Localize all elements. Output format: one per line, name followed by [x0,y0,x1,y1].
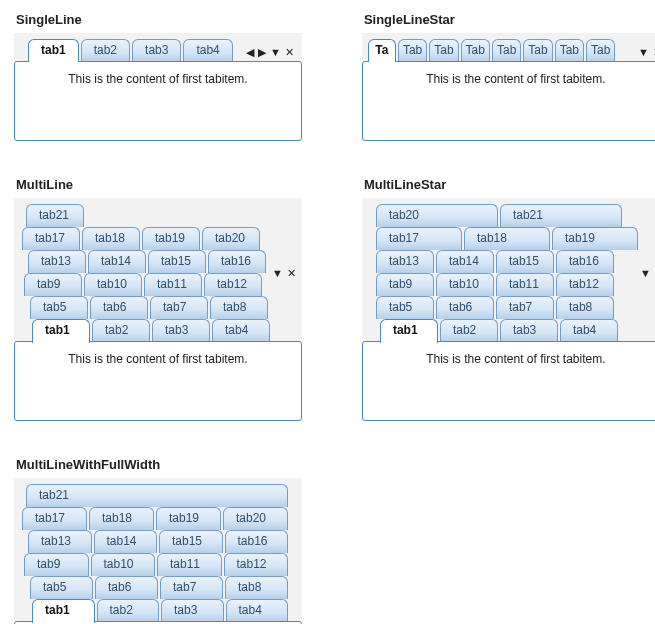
tab-item[interactable]: tab8 [210,296,268,319]
tab-item[interactable]: tab14 [436,250,494,273]
tab-item[interactable]: tab18 [82,227,140,250]
tab-item[interactable]: tab19 [142,227,200,250]
tab-row: tab5 tab6 tab7 tab8 [18,296,270,319]
tab-item[interactable]: tab8 [225,576,288,599]
tab-item[interactable]: tab12 [224,553,289,576]
tab-item[interactable]: tab5 [30,576,93,599]
tab-item[interactable]: tab20 [376,204,498,227]
tabhost-singlelinestar: Ta Tab Tab Tab Tab Tab Tab Tab ▼ ✕ This … [362,33,655,141]
tab-item[interactable]: tab3 [161,599,224,622]
tab-item[interactable]: tab14 [88,250,146,273]
tab-item[interactable]: tab11 [496,273,554,296]
tab-item[interactable]: tab6 [436,296,494,319]
tab-item[interactable]: tab16 [208,250,266,273]
tab-item[interactable]: tab16 [556,250,614,273]
tab-item[interactable]: tab13 [28,250,86,273]
tab-item[interactable]: tab10 [436,273,494,296]
tab-item[interactable]: tab5 [30,296,88,319]
tab-item[interactable]: tab9 [376,273,434,296]
tab-item[interactable]: tab19 [552,227,638,250]
tab-item[interactable]: tab17 [376,227,462,250]
scroll-left-icon[interactable]: ◀ [246,47,254,58]
tab-item[interactable]: tab20 [202,227,260,250]
tab-item[interactable]: tab18 [89,507,154,530]
tab-item[interactable]: tab2 [97,599,160,622]
tab-item[interactable]: Tab [523,39,552,62]
close-icon[interactable]: ✕ [285,47,294,58]
tab-item[interactable]: tab2 [440,319,498,342]
tab-item[interactable]: tab15 [148,250,206,273]
tab-item[interactable]: tab15 [159,530,223,553]
dropdown-icon[interactable]: ▼ [270,47,281,58]
panel-title: MultiLineWithFullWidth [16,457,302,472]
tab-item[interactable]: tab7 [496,296,554,319]
tabs-row: tab1 tab2 tab3 tab4 [28,39,242,62]
tab-item[interactable]: tab1 [380,319,438,343]
tab-item[interactable]: tab3 [152,319,210,342]
tab-item[interactable]: Tab [429,39,458,62]
tab-item[interactable]: tab2 [92,319,150,342]
tab-item[interactable]: tab19 [156,507,221,530]
tab-item[interactable]: tab6 [90,296,148,319]
tab-item[interactable]: tab7 [150,296,208,319]
tabhost-multilinefull: tab21 tab17 tab18 tab19 tab20 tab13 tab1… [14,478,302,624]
tab-item[interactable]: tab4 [212,319,270,342]
tab-item[interactable]: tab4 [183,39,232,62]
panel-title: SingleLine [16,12,302,27]
tabs-row: Ta Tab Tab Tab Tab Tab Tab Tab [368,39,634,62]
tab-item[interactable]: tab3 [500,319,558,342]
tab-item[interactable]: Tab [555,39,584,62]
dropdown-icon[interactable]: ▼ [640,267,651,279]
tab-item[interactable]: tab1 [32,599,95,623]
tab-item[interactable]: tab1 [28,39,79,62]
tab-item[interactable]: tab12 [556,273,614,296]
scroll-right-icon[interactable]: ▶ [258,47,266,58]
tab-row: tab17 tab18 tab19 [366,227,638,250]
close-icon[interactable]: ✕ [287,267,296,280]
tabhost-multilinestar: tab20 tab21 tab17 tab18 tab19 tab13 tab1… [362,198,655,421]
tab-item[interactable]: Tab [586,39,615,62]
tab-item[interactable]: tab13 [376,250,434,273]
tab-item[interactable]: tab10 [84,273,142,296]
tabstrip-controls: ▼ ✕ [638,267,655,280]
tab-stack: tab21 tab17 tab18 tab19 tab20 tab13 tab1… [18,204,270,342]
tabstrip-multiline: tab21 tab17 tab18 tab19 tab20 tab13 tab1… [14,478,302,622]
tab-item[interactable]: tab16 [225,530,289,553]
dropdown-icon[interactable]: ▼ [638,47,649,58]
tab-item[interactable]: tab9 [24,553,89,576]
tab-item[interactable]: tab9 [24,273,82,296]
tab-item[interactable]: Tab [492,39,521,62]
tab-item[interactable]: tab11 [157,553,222,576]
tab-item[interactable]: tab21 [26,484,288,507]
tab-item[interactable]: tab18 [464,227,550,250]
panel-title: SingleLineStar [364,12,655,27]
tab-item[interactable]: tab21 [26,204,84,227]
tab-item[interactable]: tab2 [81,39,130,62]
tab-item[interactable]: tab17 [22,227,80,250]
tab-item[interactable]: Tab [461,39,490,62]
tabhost-multiline: tab21 tab17 tab18 tab19 tab20 tab13 tab1… [14,198,302,421]
tab-item[interactable]: tab17 [22,507,87,530]
tabstrip-controls: ▼ ✕ [270,267,298,280]
tab-item[interactable]: tab12 [204,273,262,296]
tab-item[interactable]: tab8 [556,296,614,319]
tab-item[interactable]: Ta [368,39,396,62]
tab-row: tab9 tab10 tab11 tab12 [18,553,288,576]
tab-item[interactable]: tab1 [32,319,90,343]
tab-item[interactable]: tab4 [226,599,289,622]
tab-item[interactable]: tab3 [132,39,181,62]
tab-item[interactable]: tab21 [500,204,622,227]
tab-item[interactable]: tab14 [94,530,158,553]
tab-item[interactable]: tab7 [160,576,223,599]
panel-multilinefull: MultiLineWithFullWidth tab21 tab17 tab18… [14,457,302,624]
tab-item[interactable]: tab10 [91,553,156,576]
tab-item[interactable]: tab11 [144,273,202,296]
dropdown-icon[interactable]: ▼ [272,267,283,279]
tab-item[interactable]: tab13 [28,530,92,553]
tab-item[interactable]: Tab [398,39,427,62]
tab-item[interactable]: tab20 [223,507,288,530]
tab-item[interactable]: tab15 [496,250,554,273]
tab-item[interactable]: tab5 [376,296,434,319]
tab-item[interactable]: tab4 [560,319,618,342]
tab-item[interactable]: tab6 [95,576,158,599]
